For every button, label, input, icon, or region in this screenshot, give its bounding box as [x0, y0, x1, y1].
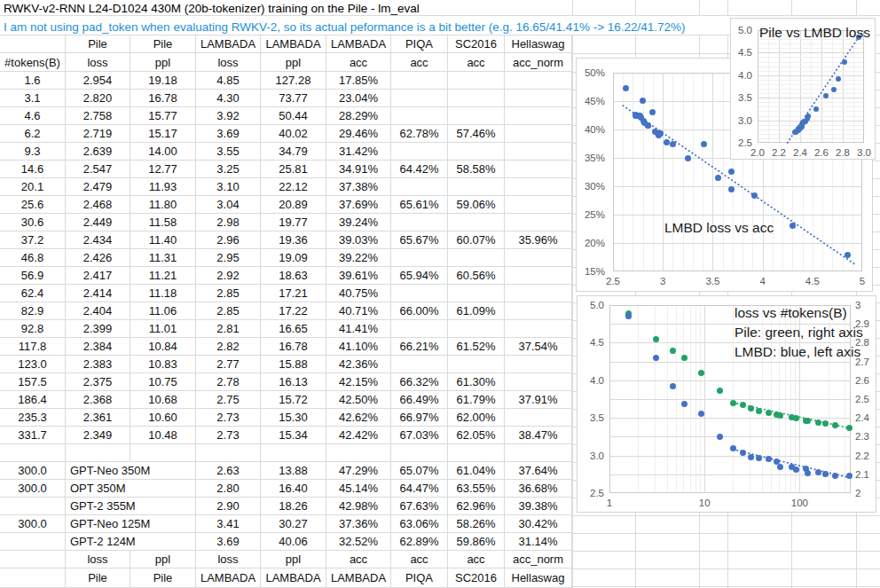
table-cell[interactable]: 10.84 — [130, 338, 196, 356]
table-cell[interactable] — [448, 72, 505, 90]
table-cell[interactable]: 11.40 — [130, 231, 196, 249]
table-cell[interactable]: 37.36% — [326, 515, 391, 533]
table-cell[interactable]: 58.26% — [448, 515, 505, 533]
table-cell[interactable] — [0, 444, 66, 462]
table-cell[interactable]: 3.69 — [196, 533, 261, 551]
table-cell[interactable] — [505, 196, 572, 214]
table-cell[interactable]: 61.79% — [448, 391, 505, 409]
table-cell[interactable]: 36.68% — [505, 480, 572, 498]
table-cell[interactable]: 2.384 — [66, 338, 130, 356]
table-cell[interactable]: 186.4 — [0, 391, 66, 409]
table-cell[interactable]: 3.41 — [196, 515, 261, 533]
table-header-cell[interactable]: Pile — [130, 35, 196, 53]
table-cell[interactable]: 1.6 — [0, 72, 66, 90]
table-cell[interactable]: 18.26 — [261, 498, 326, 515]
table-cell[interactable]: 2.758 — [66, 107, 130, 125]
table-cell[interactable]: 2.399 — [66, 320, 130, 338]
table-footer-cell[interactable]: loss — [196, 551, 261, 568]
table-cell[interactable]: 40.71% — [326, 302, 391, 320]
table-cell[interactable]: 47.29% — [326, 462, 391, 480]
table-cell[interactable]: 2.77 — [196, 356, 261, 373]
table-cell[interactable]: 2.414 — [66, 285, 130, 302]
table-cell[interactable]: 2.81 — [196, 320, 261, 338]
table-cell[interactable]: 123.0 — [0, 356, 66, 373]
table-cell[interactable] — [448, 444, 505, 462]
table-cell[interactable] — [391, 90, 448, 107]
table-cell[interactable]: 58.58% — [448, 161, 505, 178]
table-cell[interactable] — [0, 498, 66, 515]
table-cell[interactable] — [391, 214, 448, 231]
table-footer-cell[interactable] — [0, 551, 66, 568]
table-cell[interactable]: 3.10 — [196, 178, 261, 196]
table-cell[interactable] — [505, 285, 572, 302]
table-cell[interactable] — [196, 444, 261, 462]
table-cell[interactable]: 25.6 — [0, 196, 66, 214]
table-cell[interactable]: 67.63% — [391, 498, 448, 515]
table-cell[interactable] — [505, 107, 572, 125]
table-cell[interactable]: 41.41% — [326, 320, 391, 338]
table-cell[interactable] — [391, 249, 448, 267]
table-cell[interactable] — [391, 320, 448, 338]
table-cell[interactable]: 39.24% — [326, 214, 391, 231]
table-cell[interactable]: 39.61% — [326, 267, 391, 285]
table-cell[interactable] — [505, 72, 572, 90]
table-cell[interactable]: 15.34 — [261, 427, 326, 444]
table-cell[interactable]: 66.21% — [391, 338, 448, 356]
table-cell[interactable] — [505, 143, 572, 161]
table-cell[interactable] — [448, 214, 505, 231]
table-cell[interactable]: 15.77 — [130, 107, 196, 125]
table-header-cell[interactable]: PIQA — [391, 35, 448, 53]
table-cell[interactable]: 16.65 — [261, 320, 326, 338]
table-cell[interactable]: 65.61% — [391, 196, 448, 214]
model-name-cell[interactable]: OPT 350M — [66, 480, 196, 498]
table-cell[interactable]: 73.77 — [261, 90, 326, 107]
table-cell[interactable]: 11.58 — [130, 214, 196, 231]
table-cell[interactable]: 32.52% — [326, 533, 391, 551]
table-cell[interactable]: 31.42% — [326, 143, 391, 161]
table-cell[interactable]: 42.36% — [326, 356, 391, 373]
table-cell[interactable]: 64.42% — [391, 161, 448, 178]
table-cell[interactable]: 56.9 — [0, 267, 66, 285]
table-cell[interactable]: 12.77 — [130, 161, 196, 178]
table-cell[interactable]: 3.25 — [196, 161, 261, 178]
table-cell[interactable] — [391, 107, 448, 125]
table-cell[interactable]: 11.06 — [130, 302, 196, 320]
table-cell[interactable]: 6.2 — [0, 125, 66, 143]
table-cell[interactable]: 2.468 — [66, 196, 130, 214]
table-footer-cell[interactable]: SC2016 — [448, 568, 505, 588]
table-cell[interactable]: 62.78% — [391, 125, 448, 143]
table-header-cell[interactable]: ppl — [130, 53, 196, 72]
table-cell[interactable]: 62.00% — [448, 409, 505, 427]
table-cell[interactable]: 40.02 — [261, 125, 326, 143]
table-cell[interactable]: 60.07% — [448, 231, 505, 249]
table-cell[interactable]: 40.06 — [261, 533, 326, 551]
table-header-cell[interactable]: loss — [196, 53, 261, 72]
table-cell[interactable]: 16.40 — [261, 480, 326, 498]
table-cell[interactable]: 30.42% — [505, 515, 572, 533]
table-cell[interactable] — [505, 161, 572, 178]
table-cell[interactable]: 37.91% — [505, 391, 572, 409]
table-cell[interactable] — [505, 356, 572, 373]
table-cell[interactable]: 235.3 — [0, 409, 66, 427]
table-cell[interactable]: 17.85% — [326, 72, 391, 90]
table-header-cell[interactable]: ppl — [261, 53, 326, 72]
table-footer-cell[interactable]: LAMBADA — [196, 568, 261, 588]
table-cell[interactable]: 15.30 — [261, 409, 326, 427]
table-cell[interactable]: 300.0 — [0, 462, 66, 480]
table-header-cell[interactable]: acc_norm — [505, 53, 572, 72]
table-cell[interactable]: 20.1 — [0, 178, 66, 196]
table-cell[interactable]: 2.719 — [66, 125, 130, 143]
table-cell[interactable] — [130, 444, 196, 462]
table-cell[interactable]: 2.639 — [66, 143, 130, 161]
table-cell[interactable]: 11.31 — [130, 249, 196, 267]
model-name-cell[interactable]: GPT-2 355M — [66, 498, 196, 515]
table-cell[interactable]: 2.82 — [196, 338, 261, 356]
table-cell[interactable]: 65.94% — [391, 267, 448, 285]
table-cell[interactable]: 35.96% — [505, 231, 572, 249]
table-cell[interactable]: 2.375 — [66, 373, 130, 391]
table-cell[interactable]: 3.55 — [196, 143, 261, 161]
table-footer-cell[interactable]: PIQA — [391, 568, 448, 588]
table-header-cell[interactable]: acc — [448, 53, 505, 72]
table-cell[interactable]: 17.22 — [261, 302, 326, 320]
table-footer-cell[interactable]: LAMBADA — [261, 568, 326, 588]
